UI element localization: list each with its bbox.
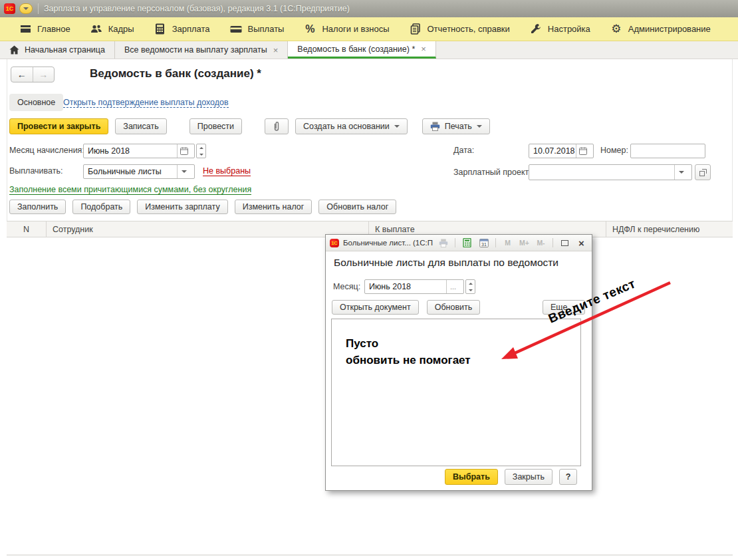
input-value: Июнь 2018 xyxy=(369,282,446,291)
maximize-button[interactable] xyxy=(558,237,571,249)
number-input[interactable] xyxy=(630,144,705,158)
application-window: 1С Зарплата и управление персоналом (баз… xyxy=(0,0,738,560)
dialog-titlebar: 1С Больничные лист... (1С:Предприятие) 3… xyxy=(326,235,592,251)
tab-pay-sheets-list[interactable]: Все ведомости на выплату зарплаты × xyxy=(115,41,288,59)
home-icon xyxy=(9,45,19,55)
people-icon xyxy=(90,23,102,35)
command-toolbar: Провести и закрыть Записать Провести Соз… xyxy=(9,118,490,134)
salary-project-label: Зарплатный проект: xyxy=(453,168,531,177)
income-confirmation-link[interactable]: Открыть подтверждение выплаты доходов xyxy=(63,98,229,108)
bank-card-icon xyxy=(230,23,242,35)
titlebar-divider xyxy=(495,238,496,247)
input-value: Июнь 2018 xyxy=(88,146,177,156)
open-document-button[interactable]: Открыть документ xyxy=(332,300,419,315)
tab-home[interactable]: Начальная страница xyxy=(0,41,115,59)
titlebar-divider xyxy=(38,3,39,14)
menu-label: Зарплата xyxy=(172,24,210,34)
change-tax-button[interactable]: Изменить налог xyxy=(235,200,312,214)
menu-label: Администрирование xyxy=(628,24,711,34)
month-label: Месяц: xyxy=(333,282,360,291)
ellipsis-button[interactable]: ... xyxy=(446,280,459,293)
memory-recall-button[interactable]: M xyxy=(501,237,514,249)
menu-item-settings[interactable]: Настройка xyxy=(520,17,600,41)
print-icon[interactable] xyxy=(437,237,449,249)
menu-label: Главное xyxy=(37,24,70,34)
menu-item-salary[interactable]: Зарплата xyxy=(144,17,220,41)
button-label: Создать на основании xyxy=(303,122,390,131)
change-salary-button[interactable]: Изменить зарплату xyxy=(137,200,227,214)
month-stepper[interactable] xyxy=(196,144,206,158)
salary-project-select[interactable] xyxy=(529,164,692,180)
gear-icon: ⚙ xyxy=(610,23,622,35)
menu-item-payments[interactable]: Выплаты xyxy=(220,17,295,41)
pick-button[interactable]: Подобрать xyxy=(72,200,130,214)
menu-label: Отчетность, справки xyxy=(428,24,510,34)
calendar-icon[interactable] xyxy=(177,144,190,158)
calendar-31-icon[interactable]: 31 xyxy=(477,237,490,249)
tab-label: Все ведомости на выплату зарплаты xyxy=(124,45,267,55)
post-button[interactable]: Провести xyxy=(189,118,242,134)
open-item-button[interactable] xyxy=(695,164,711,180)
attachments-button[interactable] xyxy=(265,118,289,134)
app-logo-icon: 1С xyxy=(4,3,15,14)
page-title: Ведомость в банк (создание) * xyxy=(90,67,261,80)
menu-item-administration[interactable]: ⚙ Администрирование xyxy=(600,17,721,41)
menu-label: Выплаты xyxy=(248,24,285,34)
refresh-tax-button[interactable]: Обновить налог xyxy=(318,200,396,214)
month-input[interactable]: Июнь 2018 ... xyxy=(364,279,464,294)
menu-label: Кадры xyxy=(108,24,134,34)
calculator-icon[interactable] xyxy=(461,237,473,249)
menu-item-main[interactable]: Главное xyxy=(9,17,80,41)
close-dialog-button[interactable]: Закрыть xyxy=(505,469,553,485)
pay-what-select[interactable]: Больничные листы xyxy=(83,164,195,179)
sick-leave-list[interactable]: Пусто обновить не помогает xyxy=(331,319,581,466)
fill-amounts-link[interactable]: Заполнение всеми причитающимися суммами,… xyxy=(9,185,251,195)
print-button[interactable]: Печать xyxy=(422,118,490,134)
main-menu-button[interactable] xyxy=(19,3,33,14)
chevron-down-icon[interactable] xyxy=(177,165,190,178)
month-accrual-input[interactable]: Июнь 2018 xyxy=(83,144,195,158)
open-in-window-icon xyxy=(699,169,707,176)
close-icon[interactable]: × xyxy=(421,44,426,54)
open-tabs-bar: Начальная страница Все ведомости на выпл… xyxy=(0,41,738,59)
back-button[interactable]: ← xyxy=(11,67,33,82)
tab-bank-sheet-new[interactable]: Ведомость в банк (создание) * × xyxy=(288,41,436,59)
month-stepper[interactable] xyxy=(465,279,475,294)
calendar-icon[interactable] xyxy=(576,144,589,158)
titlebar-divider xyxy=(455,238,455,247)
chevron-down-icon xyxy=(23,7,29,10)
fill-button[interactable]: Заполнить xyxy=(9,200,66,214)
select-button[interactable]: Выбрать xyxy=(445,469,498,485)
date-input[interactable]: 10.07.2018 xyxy=(529,144,594,158)
sick-leave-dialog: 1С Больничные лист... (1С:Предприятие) 3… xyxy=(325,234,592,491)
help-button[interactable]: ? xyxy=(559,469,577,485)
number-label: Номер: xyxy=(600,146,628,155)
dialog-footer: Выбрать Закрыть ? xyxy=(326,469,592,485)
reports-icon xyxy=(410,23,422,35)
memory-plus-button[interactable]: M+ xyxy=(518,237,531,249)
close-icon[interactable]: × xyxy=(273,45,279,55)
refresh-button[interactable]: Обновить xyxy=(427,300,481,315)
input-value: Больничные листы xyxy=(88,167,177,176)
maximize-icon xyxy=(561,240,568,246)
empty-list-note: Пусто обновить не помогает xyxy=(346,335,471,368)
create-based-on-button[interactable]: Создать на основании xyxy=(295,118,408,134)
menu-label: Налоги и взносы xyxy=(322,24,389,34)
window-titlebar: 1С Зарплата и управление персоналом (баз… xyxy=(0,0,738,17)
dialog-heading: Больничные листы для выплаты по ведомост… xyxy=(334,257,558,269)
menu-item-staff[interactable]: Кадры xyxy=(80,17,144,41)
menu-item-reports[interactable]: Отчетность, справки xyxy=(400,17,520,41)
menu-item-taxes[interactable]: % Налоги и взносы xyxy=(294,17,399,41)
input-value: 10.07.2018 xyxy=(533,146,576,156)
post-and-close-button[interactable]: Провести и закрыть xyxy=(9,118,108,134)
forward-button[interactable]: → xyxy=(33,67,55,82)
close-button[interactable]: × xyxy=(575,237,588,249)
pay-what-label: Выплачивать: xyxy=(9,166,62,176)
not-selected-link[interactable]: Не выбраны xyxy=(203,166,251,176)
chevron-down-icon xyxy=(477,125,482,128)
tab-main-section[interactable]: Основное xyxy=(9,94,63,111)
save-button[interactable]: Записать xyxy=(115,118,166,134)
memory-minus-button[interactable]: M- xyxy=(535,237,547,249)
chevron-down-icon[interactable] xyxy=(674,165,687,180)
printer-icon xyxy=(430,122,440,131)
